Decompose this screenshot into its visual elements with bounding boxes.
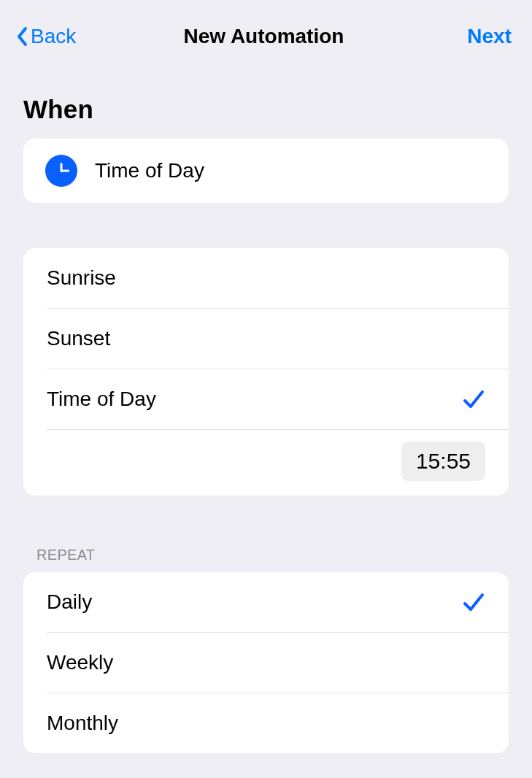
back-button[interactable]: Back [16, 25, 76, 48]
trigger-label: Time of Day [95, 159, 204, 182]
option-time-of-day[interactable]: Time of Day [23, 369, 509, 429]
when-header: When [0, 63, 532, 139]
option-sunrise[interactable]: Sunrise [23, 248, 509, 308]
repeat-label: Monthly [47, 712, 118, 735]
check-icon [462, 590, 485, 614]
repeat-card: Daily Weekly Monthly [23, 572, 509, 753]
option-label: Time of Day [47, 388, 156, 411]
repeat-monthly[interactable]: Monthly [23, 693, 509, 753]
chevron-left-icon [16, 26, 28, 47]
back-label: Back [31, 25, 76, 48]
repeat-weekly[interactable]: Weekly [23, 633, 509, 693]
trigger-card: Time of Day [23, 139, 509, 203]
repeat-daily[interactable]: Daily [23, 572, 509, 632]
repeat-header: REPEAT [0, 496, 532, 572]
time-picker-row: 15:55 [23, 430, 509, 496]
check-icon [462, 388, 485, 411]
time-picker[interactable]: 15:55 [401, 442, 485, 481]
clock-icon [45, 155, 77, 187]
time-of-day-trigger-row[interactable]: Time of Day [23, 139, 509, 203]
option-label: Sunset [47, 327, 110, 350]
option-sunset[interactable]: Sunset [23, 309, 509, 369]
time-options-card: Sunrise Sunset Time of Day 15:55 [23, 248, 509, 496]
option-label: Sunrise [47, 266, 116, 290]
repeat-label: Daily [47, 590, 92, 614]
repeat-label: Weekly [47, 651, 113, 674]
page-title: New Automation [184, 25, 344, 48]
next-button[interactable]: Next [467, 25, 512, 48]
